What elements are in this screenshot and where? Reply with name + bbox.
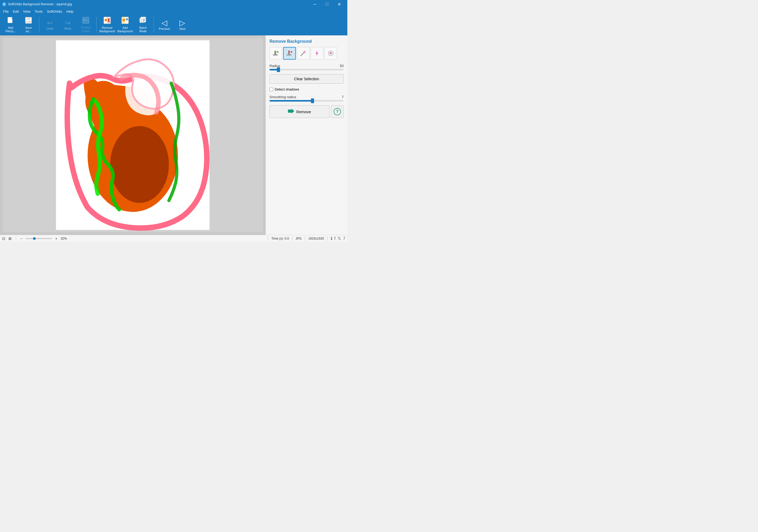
remove-background-button[interactable]: Remove Background: [99, 16, 116, 34]
separator-3: [154, 17, 154, 33]
svg-point-18: [122, 19, 125, 21]
svg-marker-43: [316, 51, 318, 56]
save-as-icon: [24, 17, 32, 26]
magic-wand-button[interactable]: [297, 47, 310, 60]
close-button[interactable]: ✕: [333, 0, 345, 9]
image-canvas[interactable]: [3, 38, 263, 232]
add-background-label: Add Background: [118, 26, 133, 33]
toolbar: Add File(s)... Save as... ↩ Undo ↪ Redo: [0, 14, 347, 35]
remove-button-label: Remove: [296, 110, 311, 114]
zoom-plus[interactable]: +: [55, 236, 57, 241]
original-image-button[interactable]: Original Image: [77, 16, 94, 34]
previous-label: Previous: [159, 27, 170, 30]
right-panel: Remove Background +: [265, 35, 347, 235]
facebook-icon[interactable]: f: [334, 236, 335, 241]
add-files-button[interactable]: Add File(s)...: [2, 16, 19, 34]
window-title: SoftOrbits Background Remover - squirrel…: [8, 2, 309, 6]
svg-text:+: +: [277, 51, 278, 53]
menu-file[interactable]: File: [1, 9, 11, 14]
undo-button[interactable]: ↩ Undo: [42, 16, 58, 34]
canvas-area[interactable]: [0, 35, 265, 235]
svg-point-45: [330, 53, 331, 54]
menu-view[interactable]: View: [21, 9, 32, 14]
main-layout: Remove Background +: [0, 35, 347, 235]
info-icon[interactable]: ℹ: [331, 236, 332, 241]
save-as-button[interactable]: Save as...: [20, 16, 37, 34]
menu-softorbits[interactable]: SoftOrbits: [45, 9, 64, 14]
tool-buttons-row: + –: [269, 47, 344, 60]
status-divider-2: [268, 236, 268, 241]
status-right: Time (s): 0.0 JPG 1920x1920 ℹ f 𝕏 ⤴: [267, 236, 345, 241]
statusbar: ⊡ ⊞ − + 32% Time (s): 0.0 JPG 1920x1920 …: [0, 235, 347, 242]
smoothing-radius-row: Smoothing radius 7: [269, 95, 344, 99]
previous-icon: ◁: [161, 19, 167, 27]
undo-label: Undo: [47, 27, 53, 30]
zoom-minus[interactable]: −: [20, 236, 22, 241]
remove-row: Remove ?: [269, 105, 344, 118]
time-label: Time (s): 0.0: [271, 237, 289, 240]
svg-text:S: S: [3, 3, 5, 6]
add-files-label: Add File(s)...: [5, 26, 16, 33]
status-icon-select: ⊡: [2, 236, 5, 241]
restore-button[interactable]: [325, 47, 337, 60]
svg-text:–: –: [291, 51, 292, 53]
maximize-button[interactable]: □: [321, 0, 333, 9]
radius-slider-track[interactable]: [269, 69, 344, 70]
zoom-slider[interactable]: [26, 238, 52, 239]
radius-row: Radius 50: [269, 64, 344, 68]
separator-2: [96, 17, 97, 33]
next-label: Next: [180, 27, 186, 30]
remove-background-label: Remove Background: [99, 26, 115, 33]
detect-shadows-checkbox[interactable]: [269, 87, 273, 91]
remove-brush-button[interactable]: –: [283, 47, 296, 60]
detect-shadows-row: Detect shadows: [269, 87, 344, 91]
smoothing-radius-label: Smoothing radius: [269, 95, 296, 99]
format-label: JPG: [295, 237, 302, 240]
help-button[interactable]: ?: [331, 105, 344, 118]
batch-mode-button[interactable]: Batch Mode: [135, 16, 152, 34]
smoothing-radius-slider-track[interactable]: [269, 100, 344, 102]
menu-tools[interactable]: Tools: [32, 9, 45, 14]
panel-title: Remove Background: [269, 39, 344, 44]
app-icon: S: [2, 2, 6, 6]
menubar: File Edit View Tools SoftOrbits Help: [0, 9, 347, 14]
svg-marker-46: [288, 109, 294, 114]
add-background-button[interactable]: Add Background: [117, 16, 134, 34]
menu-edit[interactable]: Edit: [11, 9, 21, 14]
remove-button[interactable]: Remove: [269, 105, 329, 118]
svg-rect-2: [8, 17, 13, 23]
zoom-thumb[interactable]: [33, 237, 36, 240]
titlebar: S SoftOrbits Background Remover - squirr…: [0, 0, 347, 9]
batch-mode-label: Batch Mode: [139, 26, 147, 33]
svg-rect-8: [26, 21, 31, 23]
svg-rect-7: [27, 17, 28, 19]
share-icon[interactable]: ⤴: [343, 236, 345, 241]
keep-brush-button[interactable]: +: [269, 47, 282, 60]
remove-arrow-icon: [288, 109, 294, 115]
svg-rect-33: [274, 51, 276, 52]
separator-1: [39, 17, 39, 33]
detect-shadows-label: Detect shadows: [275, 87, 299, 91]
original-image-icon: [82, 17, 89, 25]
smoothing-radius-value: 7: [342, 95, 344, 99]
minimize-button[interactable]: ─: [309, 0, 321, 9]
redo-button[interactable]: ↪ Redo: [59, 16, 76, 34]
svg-point-13: [105, 19, 107, 21]
radius-slider-thumb[interactable]: [277, 67, 280, 72]
status-divider-4: [305, 236, 305, 241]
previous-button[interactable]: ◁ Previous: [156, 16, 173, 34]
svg-rect-38: [288, 51, 290, 52]
batch-mode-icon: [139, 17, 147, 26]
auto-detect-button[interactable]: [311, 47, 323, 60]
dimensions-label: 1920x1920: [308, 237, 324, 240]
status-divider-5: [327, 236, 327, 241]
clear-selection-button[interactable]: Clear Selection: [269, 74, 344, 83]
menu-help[interactable]: Help: [64, 9, 76, 14]
radius-value: 50: [340, 64, 344, 68]
next-button[interactable]: ▷ Next: [174, 16, 191, 34]
status-icon-crop: ⊞: [9, 236, 12, 241]
smoothing-radius-slider-thumb[interactable]: [311, 98, 314, 103]
twitter-icon[interactable]: 𝕏: [337, 236, 341, 241]
original-image-label: Original Image: [81, 26, 91, 33]
svg-point-42: [304, 51, 305, 52]
